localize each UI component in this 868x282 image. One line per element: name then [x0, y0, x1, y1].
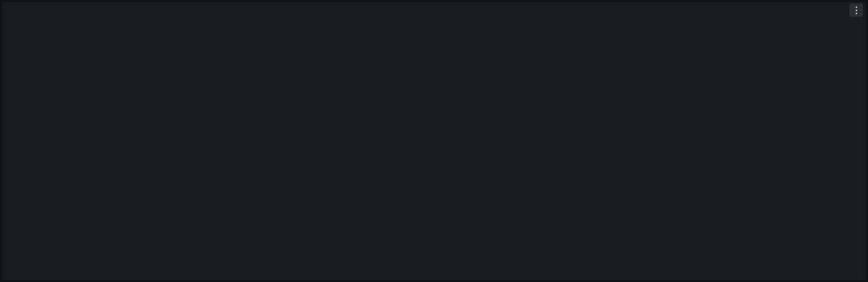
grafana-page [0, 0, 868, 282]
kebab-menu-icon[interactable] [849, 3, 863, 17]
time-series-plot[interactable] [0, 0, 868, 282]
panel-header[interactable] [2, 2, 865, 17]
